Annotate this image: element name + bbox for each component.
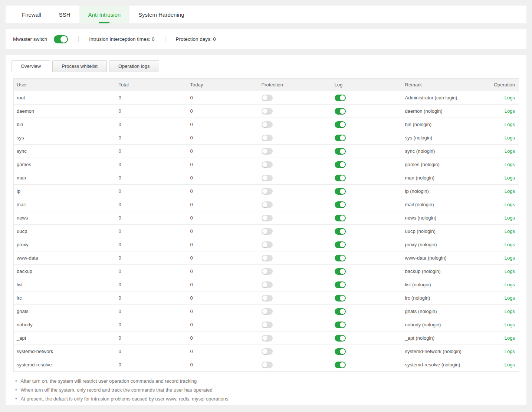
logs-link[interactable]: Logs bbox=[505, 202, 515, 207]
logs-link[interactable]: Logs bbox=[505, 135, 515, 141]
log-cell bbox=[332, 318, 402, 332]
protection-toggle[interactable] bbox=[262, 175, 273, 181]
logs-link[interactable]: Logs bbox=[505, 175, 515, 181]
log-toggle[interactable] bbox=[335, 241, 346, 248]
log-cell bbox=[332, 118, 402, 131]
logs-link[interactable]: Logs bbox=[505, 322, 515, 327]
top-tab-anti-intrusion[interactable]: Anti Intrusion bbox=[79, 6, 130, 23]
log-toggle[interactable] bbox=[335, 121, 346, 128]
protection-toggle[interactable] bbox=[262, 121, 273, 128]
sub-tab-operation-logs[interactable]: Operation logs bbox=[109, 60, 159, 72]
protection-toggle[interactable] bbox=[262, 308, 273, 315]
user-cell: sync bbox=[14, 145, 116, 158]
log-cell bbox=[332, 305, 402, 318]
toggle-knob bbox=[340, 362, 345, 367]
logs-link[interactable]: Logs bbox=[505, 255, 515, 261]
log-toggle[interactable] bbox=[335, 268, 346, 275]
protection-cell bbox=[259, 145, 332, 158]
user-cell: root bbox=[14, 91, 116, 105]
logs-link[interactable]: Logs bbox=[505, 228, 515, 234]
operation-cell: Logs bbox=[489, 131, 519, 145]
logs-link[interactable]: Logs bbox=[505, 122, 515, 127]
protection-toggle[interactable] bbox=[262, 148, 273, 155]
top-tab-firewall[interactable]: Firewall bbox=[13, 6, 50, 23]
protection-toggle[interactable] bbox=[262, 161, 273, 168]
remark-cell: sys (nologin) bbox=[402, 131, 489, 145]
protection-toggle[interactable] bbox=[262, 322, 273, 328]
logs-link[interactable]: Logs bbox=[505, 108, 515, 114]
logs-link[interactable]: Logs bbox=[505, 148, 515, 154]
sub-tab-overview[interactable]: Overview bbox=[12, 60, 50, 72]
logs-link[interactable]: Logs bbox=[505, 335, 515, 341]
protection-toggle[interactable] bbox=[262, 281, 273, 288]
logs-link[interactable]: Logs bbox=[505, 295, 515, 301]
user-cell: systemd-network bbox=[14, 345, 116, 358]
log-toggle[interactable] bbox=[335, 201, 346, 208]
protection-toggle[interactable] bbox=[262, 135, 273, 141]
log-toggle[interactable] bbox=[335, 135, 346, 141]
protection-toggle[interactable] bbox=[262, 95, 273, 101]
toggle-knob bbox=[340, 349, 345, 354]
logs-link[interactable]: Logs bbox=[505, 282, 515, 287]
log-toggle[interactable] bbox=[335, 362, 346, 368]
log-toggle[interactable] bbox=[335, 148, 346, 155]
log-cell bbox=[332, 238, 402, 251]
toggle-knob bbox=[340, 242, 345, 247]
bullet-dot: • bbox=[15, 377, 17, 386]
protection-toggle[interactable] bbox=[262, 188, 273, 195]
table-row: games00games (nologin)Logs bbox=[14, 158, 519, 171]
table-row: systemd-resolve00systemd-resolve (nologi… bbox=[14, 358, 519, 372]
log-toggle[interactable] bbox=[335, 308, 346, 315]
log-toggle[interactable] bbox=[335, 188, 346, 195]
log-toggle[interactable] bbox=[335, 281, 346, 288]
logs-link[interactable]: Logs bbox=[505, 362, 515, 367]
log-toggle[interactable] bbox=[335, 322, 346, 328]
log-toggle[interactable] bbox=[335, 228, 346, 235]
log-toggle[interactable] bbox=[335, 95, 346, 101]
logs-link[interactable]: Logs bbox=[505, 162, 515, 167]
protection-toggle[interactable] bbox=[262, 108, 273, 115]
operation-cell: Logs bbox=[489, 238, 519, 251]
protection-toggle[interactable] bbox=[262, 201, 273, 208]
logs-link[interactable]: Logs bbox=[505, 309, 515, 314]
log-toggle[interactable] bbox=[335, 295, 346, 301]
protection-toggle[interactable] bbox=[262, 255, 273, 261]
bullet-dot: • bbox=[15, 395, 17, 403]
log-toggle[interactable] bbox=[335, 348, 346, 355]
protection-toggle[interactable] bbox=[262, 215, 273, 221]
today-cell: 0 bbox=[187, 278, 259, 291]
log-toggle[interactable] bbox=[335, 335, 346, 342]
protection-toggle[interactable] bbox=[262, 348, 273, 355]
top-tab-ssh[interactable]: SSH bbox=[50, 6, 79, 23]
user-cell: gnats bbox=[14, 305, 116, 318]
log-toggle[interactable] bbox=[335, 175, 346, 181]
operation-cell: Logs bbox=[489, 198, 519, 211]
protection-toggle[interactable] bbox=[262, 295, 273, 301]
top-tab-system-hardening[interactable]: System Hardening bbox=[129, 6, 193, 23]
protection-toggle[interactable] bbox=[262, 335, 273, 342]
logs-link[interactable]: Logs bbox=[505, 215, 515, 221]
operation-cell: Logs bbox=[489, 251, 519, 265]
protection-cell bbox=[259, 105, 332, 118]
protection-toggle[interactable] bbox=[262, 241, 273, 248]
logs-link[interactable]: Logs bbox=[505, 349, 515, 354]
log-toggle[interactable] bbox=[335, 108, 346, 115]
sub-tab-process-whitelist[interactable]: Process whitelist bbox=[52, 60, 107, 72]
logs-link[interactable]: Logs bbox=[505, 188, 515, 194]
protection-toggle[interactable] bbox=[262, 362, 273, 368]
today-cell: 0 bbox=[187, 251, 259, 265]
operation-cell: Logs bbox=[489, 358, 519, 372]
master-switch-toggle[interactable] bbox=[54, 35, 68, 43]
protection-toggle[interactable] bbox=[262, 268, 273, 275]
logs-link[interactable]: Logs bbox=[505, 268, 515, 274]
log-toggle[interactable] bbox=[335, 255, 346, 261]
logs-link[interactable]: Logs bbox=[505, 242, 515, 247]
logs-link[interactable]: Logs bbox=[505, 95, 515, 100]
total-cell: 0 bbox=[116, 105, 187, 118]
log-toggle[interactable] bbox=[335, 161, 346, 168]
today-cell: 0 bbox=[187, 238, 259, 251]
log-toggle[interactable] bbox=[335, 215, 346, 221]
today-cell: 0 bbox=[187, 332, 259, 345]
today-cell: 0 bbox=[187, 91, 259, 105]
protection-toggle[interactable] bbox=[262, 228, 273, 235]
